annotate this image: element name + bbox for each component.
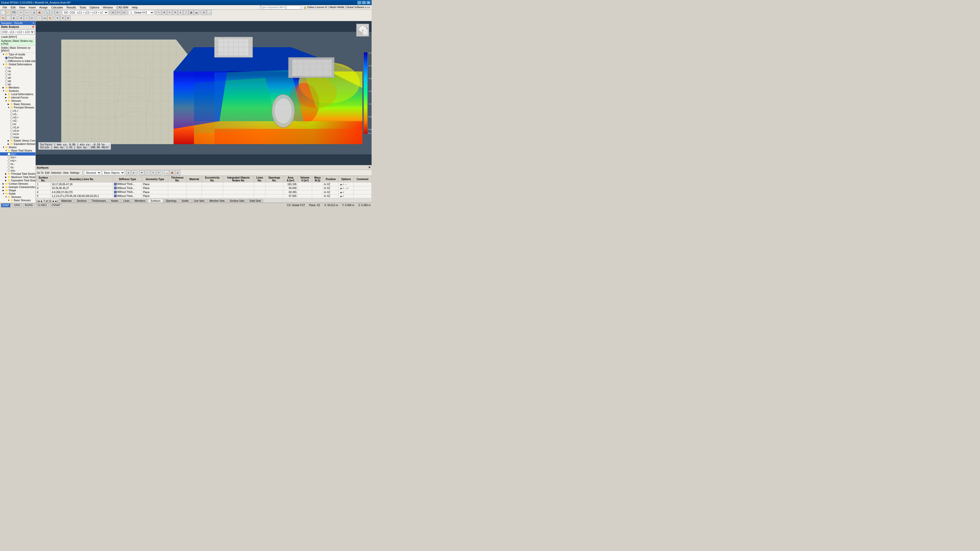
tree-sigma1p[interactable]: σ1,+: [0, 109, 35, 113]
menu-edit[interactable]: Edit: [9, 6, 17, 9]
tree-local-deform[interactable]: ▶ 📁 Local Deformations: [0, 93, 35, 96]
tab-members[interactable]: Members: [132, 199, 148, 203]
tree-final-results[interactable]: Final Results: [0, 56, 35, 59]
export-tb-btn[interactable]: 📤: [170, 170, 175, 175]
tree-sigma2p[interactable]: σ2,+: [0, 116, 35, 119]
print-btn[interactable]: 🖨: [32, 10, 37, 15]
undo-btn[interactable]: ↩: [19, 10, 24, 15]
tree-max-total-strains[interactable]: ▶ 📁 Maximum Total Strains: [0, 176, 35, 179]
tree-eyy-p[interactable]: εyy,+: [0, 156, 35, 159]
color-btn[interactable]: 🎨: [48, 16, 52, 21]
render-btn[interactable]: 🎨: [0, 16, 6, 21]
redo-btn[interactable]: ↪: [24, 10, 29, 15]
prev-btn[interactable]: ◄: [126, 170, 131, 175]
tree-type-of-results[interactable]: ▼ 📁 Type of results: [0, 53, 35, 56]
tree-shape[interactable]: ▶ 📁 Shape: [0, 189, 35, 192]
menu-insert[interactable]: Insert: [27, 6, 37, 9]
tree-surfaces[interactable]: ▼ 📁 Surfaces: [0, 89, 35, 93]
tree-elastic-stress[interactable]: ▶ 📁 Elastic Stress Components: [0, 139, 35, 142]
menu-tools[interactable]: Tools: [78, 6, 88, 9]
tree-solids-basic-stresses[interactable]: ▼ 📁 Basic Stresses: [0, 199, 35, 202]
wire-btn[interactable]: ⬜: [6, 16, 11, 21]
tree-phiz[interactable]: φz: [0, 83, 35, 86]
tree-uz[interactable]: uz: [0, 73, 35, 76]
snap-btn[interactable]: SNAP: [1, 203, 11, 207]
snap-line-btn[interactable]: ⊸: [24, 16, 29, 21]
shade-btn[interactable]: ■: [11, 16, 16, 21]
filter-btn[interactable]: ▼: [55, 16, 60, 21]
print-tb-btn[interactable]: 🖨: [175, 170, 180, 175]
structure-combo[interactable]: Structure: [84, 170, 101, 175]
surface-btn[interactable]: ▦: [189, 10, 194, 15]
tree-strains[interactable]: ▼ 📁 Strains: [0, 146, 35, 149]
tab-solids[interactable]: Solids: [180, 199, 191, 203]
menu-view[interactable]: View: [18, 6, 27, 9]
tree-sigmavm[interactable]: σv,m: [0, 132, 35, 136]
menu-calculate[interactable]: Calculate: [50, 6, 65, 9]
delete-tb-btn[interactable]: ✕: [151, 170, 156, 175]
tab-nodes[interactable]: Nodes: [109, 199, 121, 203]
navigator-close[interactable]: ✕: [32, 22, 35, 24]
snap-node-btn[interactable]: ⊕: [19, 16, 24, 21]
tree-taumax[interactable]: τmax: [0, 136, 35, 139]
tab-solid-sets[interactable]: Solid Sets: [247, 199, 263, 203]
panel-close-btn[interactable]: ✕: [368, 166, 371, 169]
results-btn[interactable]: 📊: [207, 10, 212, 15]
tree-equiv-total-strains[interactable]: ▶ 📁 Equivalent Total Strains: [0, 179, 35, 182]
tree-principal-stresses[interactable]: ▼ 📁 Principal Stresses: [0, 106, 35, 109]
nav-load-combo[interactable]: CO2 - LC1 + LC2 + LC3 + LC4: [1, 30, 35, 34]
view-xz-btn[interactable]: XZ: [121, 10, 126, 15]
minimize-btn[interactable]: _: [357, 1, 361, 4]
menu-cad-bim[interactable]: CAD-BIM: [115, 6, 130, 9]
surfaces-table-container[interactable]: SurfaceNo. Boundary Lines No. Stiffness …: [36, 176, 372, 198]
menu-options[interactable]: Options: [88, 6, 101, 9]
tab-materials[interactable]: Materials: [59, 199, 74, 203]
tab-surface-sets[interactable]: Surface Sets: [228, 199, 247, 203]
menu-assign[interactable]: Assign: [38, 6, 49, 9]
node-btn[interactable]: ●: [178, 10, 183, 15]
window-controls[interactable]: _ □ ✕: [357, 1, 371, 4]
tab-thicknesses[interactable]: Thicknesses: [89, 199, 108, 203]
view-xy-btn[interactable]: XY: [116, 10, 121, 15]
tree-sigma2m2[interactable]: σ2,m: [0, 129, 35, 132]
prev-page-btn[interactable]: ◄: [40, 200, 43, 203]
next-btn[interactable]: ►: [131, 170, 137, 175]
tree-gxy-m[interactable]: γxy,-: [0, 169, 35, 172]
tree-sigma1m2[interactable]: σ1,m: [0, 126, 35, 129]
tree-members[interactable]: ▶ 📁 Members: [0, 86, 35, 89]
keyword-search[interactable]: [260, 5, 301, 10]
tree-exy-p2[interactable]: εxy,+: [0, 159, 35, 162]
basic-objects-combo[interactable]: Basic Objects: [102, 170, 125, 175]
tree-global-deform[interactable]: ▼ 📁 Global Deformations: [0, 63, 35, 66]
tree-exy-p[interactable]: εxy,+: [0, 152, 35, 156]
first-page-btn[interactable]: |◄: [37, 200, 40, 203]
menu-results[interactable]: Results: [65, 6, 78, 9]
zoom-all-btn[interactable]: ⊞: [55, 10, 60, 15]
view-3d-btn[interactable]: 3D: [110, 10, 116, 15]
tree-sigmav[interactable]: σv: [0, 122, 35, 126]
bgrid-btn[interactable]: BGRID: [24, 203, 34, 207]
grid-btn[interactable]: GRID: [13, 203, 21, 207]
tab-line-sets[interactable]: Line Sets: [191, 199, 207, 203]
maximize-btn[interactable]: □: [362, 1, 366, 4]
layer-btn[interactable]: ⊞: [65, 16, 71, 21]
tab-surfaces[interactable]: Surfaces: [148, 199, 162, 203]
filter-tb-btn[interactable]: ▼: [139, 170, 145, 175]
tree-ex-m[interactable]: εx,-: [0, 162, 35, 165]
select-btn[interactable]: ↖: [156, 10, 162, 15]
coord-combo[interactable]: 1 - Global XYZ: [129, 10, 154, 15]
tree-sigma2m[interactable]: σ2,-: [0, 119, 35, 122]
tree-internal-forces[interactable]: ▶ 📁 Internal Forces: [0, 96, 35, 99]
visibility-btn[interactable]: 👁: [60, 16, 65, 21]
line-btn[interactable]: ╱: [183, 10, 188, 15]
move-btn[interactable]: ✥: [162, 10, 167, 15]
tree-basic-stresses[interactable]: ▶ 📁 Basic Stresses: [0, 103, 35, 106]
calc-btn[interactable]: ⚙: [201, 10, 207, 15]
tree-principal-total-strains[interactable]: ▶ 📁 Principal Total Strains: [0, 172, 35, 176]
table-row[interactable]: 1 16,17,28,65-47,18 Without Thick... Pla…: [36, 183, 372, 186]
dim-btn[interactable]: ↔: [37, 16, 42, 21]
zoom-in-btn[interactable]: 🔍: [44, 10, 49, 15]
menu-file[interactable]: File: [1, 6, 9, 9]
tree-solids-stresses[interactable]: ▼ 📁 Stresses: [0, 195, 35, 199]
glines-btn[interactable]: GLINES: [36, 203, 48, 207]
